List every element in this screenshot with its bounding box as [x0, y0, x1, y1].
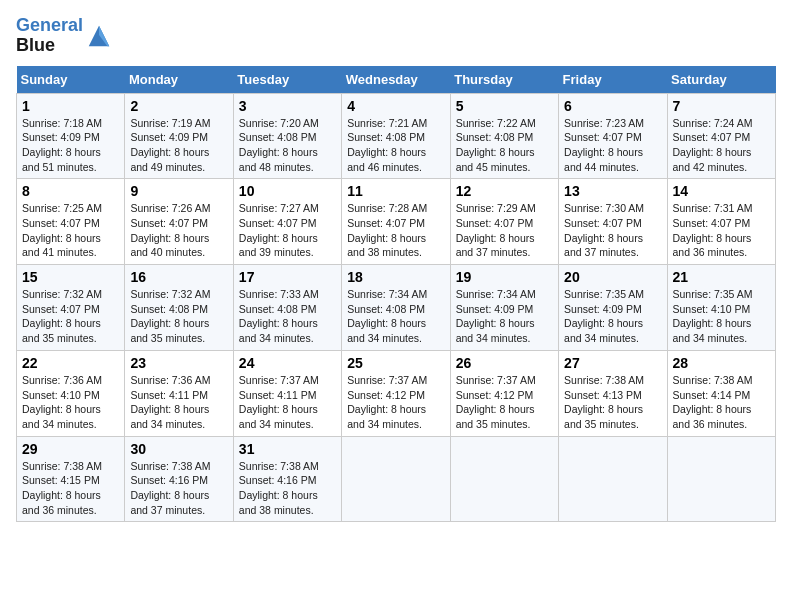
day-number: 25	[347, 355, 444, 371]
calendar-cell	[559, 436, 667, 522]
day-number: 9	[130, 183, 227, 199]
daylight-text: Daylight: 8 hours	[239, 145, 336, 160]
sunset-text: Sunset: 4:16 PM	[239, 473, 336, 488]
daylight-text: Daylight: 8 hours	[347, 316, 444, 331]
sunset-text: Sunset: 4:09 PM	[130, 130, 227, 145]
col-header-friday: Friday	[559, 66, 667, 94]
daylight-text: Daylight: 8 hours	[130, 402, 227, 417]
sunset-text: Sunset: 4:10 PM	[22, 388, 119, 403]
sunrise-text: Sunrise: 7:38 AM	[673, 373, 770, 388]
cell-info: Sunrise: 7:38 AMSunset: 4:16 PMDaylight:…	[130, 459, 227, 518]
sunrise-text: Sunrise: 7:30 AM	[564, 201, 661, 216]
day-number: 23	[130, 355, 227, 371]
sunrise-text: Sunrise: 7:36 AM	[130, 373, 227, 388]
sunset-text: Sunset: 4:13 PM	[564, 388, 661, 403]
calendar-cell: 29Sunrise: 7:38 AMSunset: 4:15 PMDayligh…	[17, 436, 125, 522]
daylight-text: and 35 minutes.	[22, 331, 119, 346]
day-number: 27	[564, 355, 661, 371]
day-number: 15	[22, 269, 119, 285]
daylight-text: Daylight: 8 hours	[673, 316, 770, 331]
cell-info: Sunrise: 7:23 AMSunset: 4:07 PMDaylight:…	[564, 116, 661, 175]
sunset-text: Sunset: 4:12 PM	[456, 388, 553, 403]
day-number: 4	[347, 98, 444, 114]
sunset-text: Sunset: 4:07 PM	[130, 216, 227, 231]
calendar-cell: 28Sunrise: 7:38 AMSunset: 4:14 PMDayligh…	[667, 350, 775, 436]
sunset-text: Sunset: 4:07 PM	[456, 216, 553, 231]
day-number: 30	[130, 441, 227, 457]
cell-info: Sunrise: 7:19 AMSunset: 4:09 PMDaylight:…	[130, 116, 227, 175]
daylight-text: and 34 minutes.	[130, 417, 227, 432]
daylight-text: Daylight: 8 hours	[456, 145, 553, 160]
cell-info: Sunrise: 7:37 AMSunset: 4:11 PMDaylight:…	[239, 373, 336, 432]
daylight-text: Daylight: 8 hours	[22, 402, 119, 417]
sunrise-text: Sunrise: 7:32 AM	[130, 287, 227, 302]
sunrise-text: Sunrise: 7:32 AM	[22, 287, 119, 302]
day-number: 28	[673, 355, 770, 371]
daylight-text: Daylight: 8 hours	[347, 402, 444, 417]
day-number: 20	[564, 269, 661, 285]
calendar-cell: 17Sunrise: 7:33 AMSunset: 4:08 PMDayligh…	[233, 265, 341, 351]
sunset-text: Sunset: 4:07 PM	[564, 130, 661, 145]
daylight-text: and 36 minutes.	[22, 503, 119, 518]
daylight-text: and 37 minutes.	[564, 245, 661, 260]
daylight-text: and 35 minutes.	[564, 417, 661, 432]
daylight-text: Daylight: 8 hours	[22, 231, 119, 246]
sunset-text: Sunset: 4:07 PM	[673, 130, 770, 145]
calendar-cell: 15Sunrise: 7:32 AMSunset: 4:07 PMDayligh…	[17, 265, 125, 351]
day-number: 8	[22, 183, 119, 199]
cell-info: Sunrise: 7:24 AMSunset: 4:07 PMDaylight:…	[673, 116, 770, 175]
cell-info: Sunrise: 7:32 AMSunset: 4:07 PMDaylight:…	[22, 287, 119, 346]
day-number: 19	[456, 269, 553, 285]
calendar-cell: 18Sunrise: 7:34 AMSunset: 4:08 PMDayligh…	[342, 265, 450, 351]
calendar-week-5: 29Sunrise: 7:38 AMSunset: 4:15 PMDayligh…	[17, 436, 776, 522]
daylight-text: and 35 minutes.	[130, 331, 227, 346]
daylight-text: Daylight: 8 hours	[130, 316, 227, 331]
calendar-week-4: 22Sunrise: 7:36 AMSunset: 4:10 PMDayligh…	[17, 350, 776, 436]
col-header-wednesday: Wednesday	[342, 66, 450, 94]
daylight-text: Daylight: 8 hours	[130, 231, 227, 246]
sunrise-text: Sunrise: 7:35 AM	[564, 287, 661, 302]
sunset-text: Sunset: 4:07 PM	[673, 216, 770, 231]
cell-info: Sunrise: 7:32 AMSunset: 4:08 PMDaylight:…	[130, 287, 227, 346]
daylight-text: and 34 minutes.	[673, 331, 770, 346]
calendar-cell: 25Sunrise: 7:37 AMSunset: 4:12 PMDayligh…	[342, 350, 450, 436]
daylight-text: and 37 minutes.	[456, 245, 553, 260]
sunrise-text: Sunrise: 7:18 AM	[22, 116, 119, 131]
cell-info: Sunrise: 7:33 AMSunset: 4:08 PMDaylight:…	[239, 287, 336, 346]
day-number: 26	[456, 355, 553, 371]
daylight-text: Daylight: 8 hours	[456, 316, 553, 331]
daylight-text: and 34 minutes.	[347, 331, 444, 346]
cell-info: Sunrise: 7:21 AMSunset: 4:08 PMDaylight:…	[347, 116, 444, 175]
sunset-text: Sunset: 4:16 PM	[130, 473, 227, 488]
sunrise-text: Sunrise: 7:27 AM	[239, 201, 336, 216]
daylight-text: and 36 minutes.	[673, 417, 770, 432]
cell-info: Sunrise: 7:18 AMSunset: 4:09 PMDaylight:…	[22, 116, 119, 175]
cell-info: Sunrise: 7:29 AMSunset: 4:07 PMDaylight:…	[456, 201, 553, 260]
calendar-cell: 9Sunrise: 7:26 AMSunset: 4:07 PMDaylight…	[125, 179, 233, 265]
daylight-text: and 36 minutes.	[673, 245, 770, 260]
calendar-cell: 11Sunrise: 7:28 AMSunset: 4:07 PMDayligh…	[342, 179, 450, 265]
daylight-text: and 49 minutes.	[130, 160, 227, 175]
daylight-text: Daylight: 8 hours	[456, 231, 553, 246]
day-number: 13	[564, 183, 661, 199]
sunrise-text: Sunrise: 7:34 AM	[456, 287, 553, 302]
calendar-body: 1Sunrise: 7:18 AMSunset: 4:09 PMDaylight…	[17, 93, 776, 522]
cell-info: Sunrise: 7:38 AMSunset: 4:16 PMDaylight:…	[239, 459, 336, 518]
day-number: 29	[22, 441, 119, 457]
cell-info: Sunrise: 7:35 AMSunset: 4:09 PMDaylight:…	[564, 287, 661, 346]
sunrise-text: Sunrise: 7:37 AM	[347, 373, 444, 388]
cell-info: Sunrise: 7:34 AMSunset: 4:08 PMDaylight:…	[347, 287, 444, 346]
cell-info: Sunrise: 7:38 AMSunset: 4:13 PMDaylight:…	[564, 373, 661, 432]
logo-text: GeneralBlue	[16, 16, 83, 56]
calendar-cell: 13Sunrise: 7:30 AMSunset: 4:07 PMDayligh…	[559, 179, 667, 265]
sunset-text: Sunset: 4:09 PM	[456, 302, 553, 317]
cell-info: Sunrise: 7:36 AMSunset: 4:11 PMDaylight:…	[130, 373, 227, 432]
cell-info: Sunrise: 7:35 AMSunset: 4:10 PMDaylight:…	[673, 287, 770, 346]
sunset-text: Sunset: 4:08 PM	[347, 130, 444, 145]
day-number: 10	[239, 183, 336, 199]
sunset-text: Sunset: 4:07 PM	[22, 216, 119, 231]
day-number: 17	[239, 269, 336, 285]
sunset-text: Sunset: 4:07 PM	[22, 302, 119, 317]
calendar-cell: 27Sunrise: 7:38 AMSunset: 4:13 PMDayligh…	[559, 350, 667, 436]
calendar-week-1: 1Sunrise: 7:18 AMSunset: 4:09 PMDaylight…	[17, 93, 776, 179]
